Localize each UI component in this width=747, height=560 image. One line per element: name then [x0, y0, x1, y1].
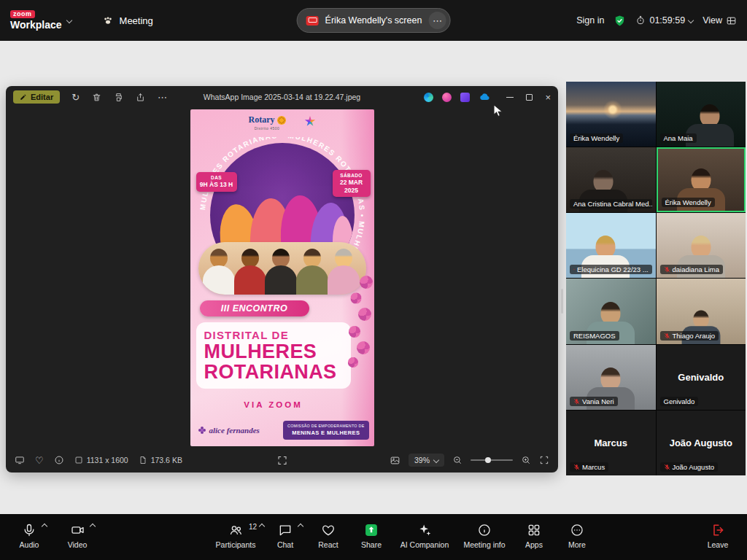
muted-mic-icon: [664, 266, 670, 273]
zoom-slider-knob[interactable]: [485, 457, 491, 463]
apps-button[interactable]: Apps: [514, 514, 554, 549]
video-tile[interactable]: Thiago Araujo: [657, 279, 746, 343]
fullscreen-icon[interactable]: [539, 455, 549, 465]
muted-mic-icon: [664, 464, 670, 470]
security-shield-icon[interactable]: [614, 15, 626, 27]
participants-panel: Érika Wendelly Ana Maia Ana Cristina Cab…: [566, 82, 746, 475]
zoom-out-icon[interactable]: [452, 455, 462, 465]
app-shortcut-purple-icon[interactable]: [460, 93, 470, 102]
view-grid-icon: [726, 15, 737, 26]
image-filename: WhatsApp Image 2025-03-14 at 19.22.47.jp…: [204, 93, 360, 101]
meeting-paw-icon: [102, 15, 114, 26]
poster-title-box: DISTRITAL DE MULHERES ROTARIANAS: [196, 322, 351, 389]
chat-button[interactable]: Chat: [265, 514, 306, 549]
orchid-flower: [348, 326, 360, 338]
maximize-button[interactable]: [526, 94, 533, 101]
photo-viewer-statusbar: ♡ 1131 x 1600 173.6 KB: [6, 448, 558, 472]
zoom-level-dropdown[interactable]: 39%: [409, 454, 444, 467]
tab-meeting[interactable]: Meeting: [102, 15, 153, 26]
viewer-more-icon[interactable]: ⋯: [158, 92, 167, 103]
close-button[interactable]: ×: [545, 92, 551, 103]
leave-button[interactable]: Leave: [697, 514, 738, 549]
workplace-label: Workplace: [10, 20, 62, 31]
zoom-in-icon[interactable]: [521, 455, 531, 465]
sign-in-link[interactable]: Sign in: [576, 15, 604, 26]
more-button[interactable]: More: [557, 514, 597, 549]
favorite-heart-icon[interactable]: ♡: [35, 455, 44, 466]
participants-button[interactable]: Participants 12: [209, 514, 263, 549]
print-icon[interactable]: [114, 93, 123, 102]
fit-to-window-icon[interactable]: [276, 455, 287, 466]
ai-companion-label: AI Companion: [400, 540, 449, 549]
file-size: 173.6 KB: [139, 456, 182, 464]
group-photo: [198, 242, 366, 295]
video-menu-caret-icon[interactable]: [90, 524, 96, 529]
minimize-button[interactable]: [506, 97, 514, 98]
orchid-flower: [357, 341, 370, 354]
delete-icon[interactable]: [92, 93, 101, 102]
audio-menu-caret-icon[interactable]: [42, 524, 47, 529]
participant-name: Ana Maia: [664, 134, 693, 142]
thumbnail-icon[interactable]: [390, 455, 400, 466]
video-tile[interactable]: Marcus Marcus: [566, 411, 656, 475]
meeting-info-label: Meeting info: [463, 540, 505, 549]
video-tile[interactable]: Elequicina GD 22/23 ...: [566, 213, 656, 278]
onedrive-cloud-icon[interactable]: [479, 93, 490, 101]
view-button[interactable]: View: [703, 15, 737, 26]
app-shortcut-pink-icon[interactable]: [442, 93, 452, 102]
participant-display-name: João Augusto: [657, 438, 746, 448]
edit-button[interactable]: Editar: [13, 90, 60, 104]
slideshow-icon[interactable]: [15, 455, 25, 465]
image-canvas: Rotary Distrito 4500 MULHERES ROTARIANAS…: [6, 108, 558, 448]
participant-name: Elequicina GD 22/23 ...: [577, 265, 649, 273]
video-tile[interactable]: Ana Cristina Cabral Med...: [566, 147, 656, 212]
app-shortcut-blue-icon[interactable]: [424, 93, 433, 102]
video-tile[interactable]: daiadiana Lima: [657, 213, 746, 278]
photo-viewer-window: Editar ↻ ⋯ WhatsApp Image 2025-03-14 at …: [6, 86, 558, 472]
participant-name: Érika Wendelly: [665, 198, 711, 206]
rotate-icon[interactable]: ↻: [71, 92, 80, 103]
react-button[interactable]: React: [308, 514, 349, 549]
rotary-wheel-icon: [277, 116, 286, 125]
apps-grid-icon: [527, 523, 541, 537]
video-tile[interactable]: Ana Maia: [657, 82, 746, 147]
audio-button[interactable]: Audio: [9, 514, 50, 549]
info-icon[interactable]: [54, 455, 64, 465]
timer-value: 01:59:59: [649, 15, 685, 26]
brand-chevron-down-icon[interactable]: [66, 18, 71, 23]
video-tile-active-speaker[interactable]: Érika Wendelly: [657, 147, 746, 212]
participant-name: João Augusto: [673, 463, 715, 471]
zoom-slider[interactable]: [471, 459, 513, 461]
shared-screen-pill[interactable]: Érika Wendelly's screen ⋯: [297, 8, 451, 33]
event-poster-image: Rotary Distrito 4500 MULHERES ROTARIANAS…: [190, 109, 374, 446]
meeting-tab-label: Meeting: [120, 15, 153, 26]
topbar-right-cluster: Sign in 01:59:59 View: [576, 15, 737, 27]
share-screen-icon: [364, 523, 379, 537]
orchid-flower: [358, 308, 371, 321]
poster-footer-box: COMISSÃO DE EMPODERAMENTO DE MENINAS E M…: [283, 421, 368, 440]
panel-resize-handle[interactable]: [561, 289, 563, 314]
video-tile[interactable]: Érika Wendelly: [566, 82, 656, 147]
meeting-timer[interactable]: 01:59:59: [635, 15, 693, 26]
video-tile[interactable]: REISMAGOS: [566, 279, 656, 343]
share-label: Share: [361, 540, 382, 549]
ai-companion-button[interactable]: AI Companion: [394, 514, 455, 549]
zoom-logo: zoom: [10, 10, 35, 18]
participant-name: REISMAGOS: [573, 332, 616, 340]
participant-display-name: Genivaldo: [657, 372, 746, 383]
video-tile[interactable]: Genivaldo Genivaldo: [657, 345, 746, 410]
chat-menu-caret-icon[interactable]: [298, 524, 303, 529]
video-tile[interactable]: Vania Neri: [566, 345, 656, 410]
zoom-workplace-brand[interactable]: zoom Workplace: [10, 10, 71, 31]
shared-screen-label: Érika Wendelly's screen: [325, 15, 422, 26]
share-image-icon[interactable]: [136, 93, 145, 102]
shared-screen-more-button[interactable]: ⋯: [428, 12, 446, 29]
share-button[interactable]: Share: [351, 514, 392, 549]
meeting-info-button[interactable]: Meeting info: [457, 514, 511, 549]
participant-name: Vania Neri: [582, 397, 614, 405]
leave-icon: [711, 523, 725, 537]
video-tile[interactable]: João Augusto João Augusto: [657, 411, 746, 475]
participants-menu-caret-icon[interactable]: [259, 524, 265, 529]
video-button[interactable]: Video: [57, 514, 98, 549]
orchid-flower: [360, 276, 373, 289]
